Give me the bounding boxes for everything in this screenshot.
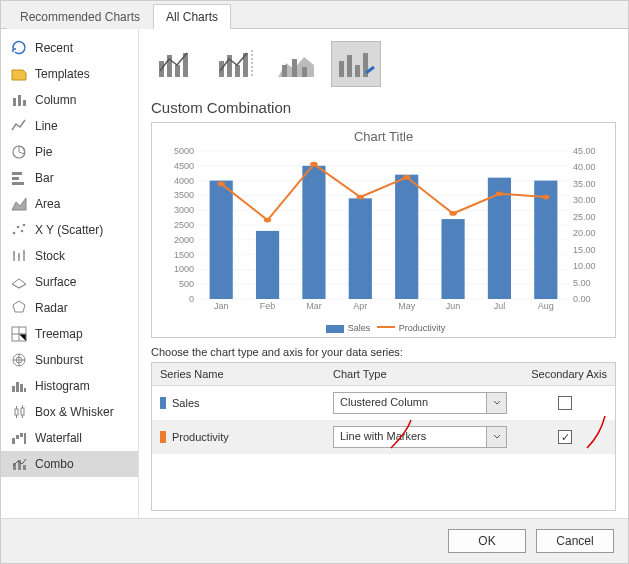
svg-rect-23 [24, 433, 26, 444]
secondary-axis-checkbox-productivity[interactable] [558, 430, 572, 444]
insert-chart-dialog: Recommended Charts All Charts Recent Tem… [0, 0, 629, 564]
sidebar-item-surface[interactable]: Surface [1, 269, 138, 295]
chart-preview: Chart Title 5000450040003500300025002000… [151, 122, 616, 338]
sidebar-item-bar[interactable]: Bar [1, 165, 138, 191]
tab-all-charts[interactable]: All Charts [153, 4, 231, 29]
head-chart-type: Chart Type [325, 363, 515, 385]
chart-category-sidebar: Recent Templates Column Line Pie Bar [1, 29, 139, 518]
sidebar-label: Templates [35, 67, 90, 81]
sidebar-label: Histogram [35, 379, 90, 393]
chevron-down-icon[interactable] [487, 426, 507, 448]
sidebar-item-waterfall[interactable]: Waterfall [1, 425, 138, 451]
svg-point-10 [23, 224, 26, 227]
y-axis-right: 45.0040.0035.0030.0025.0020.0015.0010.00… [569, 151, 613, 299]
sidebar-item-treemap[interactable]: Treemap [1, 321, 138, 347]
sidebar-item-boxwhisker[interactable]: Box & Whisker [1, 399, 138, 425]
sidebar-label: X Y (Scatter) [35, 223, 103, 237]
chart-legend: Sales Productivity [152, 323, 615, 333]
tab-strip: Recommended Charts All Charts [1, 1, 628, 29]
sidebar-item-scatter[interactable]: X Y (Scatter) [1, 217, 138, 243]
chart-type-select-productivity[interactable]: Line with Markers [333, 426, 507, 448]
scatter-icon [11, 222, 27, 238]
area-icon [11, 196, 27, 212]
svg-rect-1 [18, 95, 21, 106]
svg-rect-33 [235, 65, 240, 77]
plot-area [198, 151, 569, 299]
sidebar-item-histogram[interactable]: Histogram [1, 373, 138, 399]
sidebar-item-combo[interactable]: Combo [1, 451, 138, 477]
subtype-custom-combination[interactable] [331, 41, 381, 87]
svg-rect-53 [210, 181, 233, 299]
sidebar-label: Bar [35, 171, 54, 185]
sidebar-label: Treemap [35, 327, 83, 341]
column-icon [11, 92, 27, 108]
subtype-clustered-column-line[interactable] [151, 41, 201, 87]
sidebar-label: Radar [35, 301, 68, 315]
svg-point-66 [449, 211, 456, 216]
sidebar-item-pie[interactable]: Pie [1, 139, 138, 165]
pie-icon [11, 144, 27, 160]
svg-rect-55 [302, 166, 325, 299]
recent-icon [11, 40, 27, 56]
legend-label: Productivity [399, 323, 446, 333]
section-title: Custom Combination [151, 97, 616, 122]
sidebar-item-recent[interactable]: Recent [1, 35, 138, 61]
sidebar-item-templates[interactable]: Templates [1, 61, 138, 87]
sidebar-item-column[interactable]: Column [1, 87, 138, 113]
svg-point-7 [13, 232, 16, 235]
svg-rect-0 [13, 98, 16, 106]
svg-rect-5 [12, 177, 19, 180]
svg-rect-58 [441, 219, 464, 299]
legend-label: Sales [348, 323, 371, 333]
svg-rect-21 [16, 435, 19, 439]
subtype-clustered-column-line-secondary[interactable] [211, 41, 261, 87]
svg-rect-20 [12, 438, 15, 444]
treemap-icon [11, 326, 27, 342]
svg-rect-6 [12, 182, 24, 185]
cancel-button[interactable]: Cancel [536, 529, 614, 553]
legend-swatch-sales [326, 325, 344, 333]
svg-rect-4 [12, 172, 22, 175]
surface-icon [11, 274, 27, 290]
subtype-stacked-area-column[interactable] [271, 41, 321, 87]
svg-point-63 [310, 162, 317, 167]
sidebar-item-sunburst[interactable]: Sunburst [1, 347, 138, 373]
sidebar-item-line[interactable]: Line [1, 113, 138, 139]
svg-rect-38 [339, 61, 344, 77]
svg-rect-18 [15, 409, 18, 415]
series-prompt: Choose the chart type and axis for your … [151, 338, 616, 362]
templates-icon [11, 66, 27, 82]
sidebar-label: Sunburst [35, 353, 83, 367]
ok-button[interactable]: OK [448, 529, 526, 553]
tab-recommended[interactable]: Recommended Charts [7, 4, 153, 29]
stock-icon [11, 248, 27, 264]
sidebar-item-stock[interactable]: Stock [1, 243, 138, 269]
series-grid: Series Name Chart Type Secondary Axis Sa… [151, 362, 616, 511]
y-axis-left: 5000450040003500300025002000150010005000 [154, 151, 198, 299]
series-name-label: Sales [172, 397, 200, 409]
series-grid-header: Series Name Chart Type Secondary Axis [152, 363, 615, 386]
sidebar-label: Pie [35, 145, 52, 159]
sidebar-item-area[interactable]: Area [1, 191, 138, 217]
radar-icon [11, 300, 27, 316]
line-icon [11, 118, 27, 134]
histogram-icon [11, 378, 27, 394]
svg-point-8 [17, 226, 20, 229]
svg-point-9 [21, 230, 24, 233]
chart-type-select-sales[interactable]: Clustered Column [333, 392, 507, 414]
sidebar-label: Combo [35, 457, 74, 471]
sidebar-label: Line [35, 119, 58, 133]
svg-rect-14 [12, 386, 15, 392]
series-grid-empty [152, 454, 615, 510]
chevron-down-icon[interactable] [487, 392, 507, 414]
svg-rect-2 [23, 100, 26, 106]
svg-rect-22 [20, 433, 23, 437]
svg-rect-40 [355, 65, 360, 77]
svg-rect-17 [24, 388, 26, 392]
svg-rect-36 [292, 59, 297, 77]
sidebar-item-radar[interactable]: Radar [1, 295, 138, 321]
svg-rect-57 [395, 175, 418, 299]
series-name-label: Productivity [172, 431, 229, 443]
combo-subtype-row [151, 37, 616, 97]
secondary-axis-checkbox-sales[interactable] [558, 396, 572, 410]
